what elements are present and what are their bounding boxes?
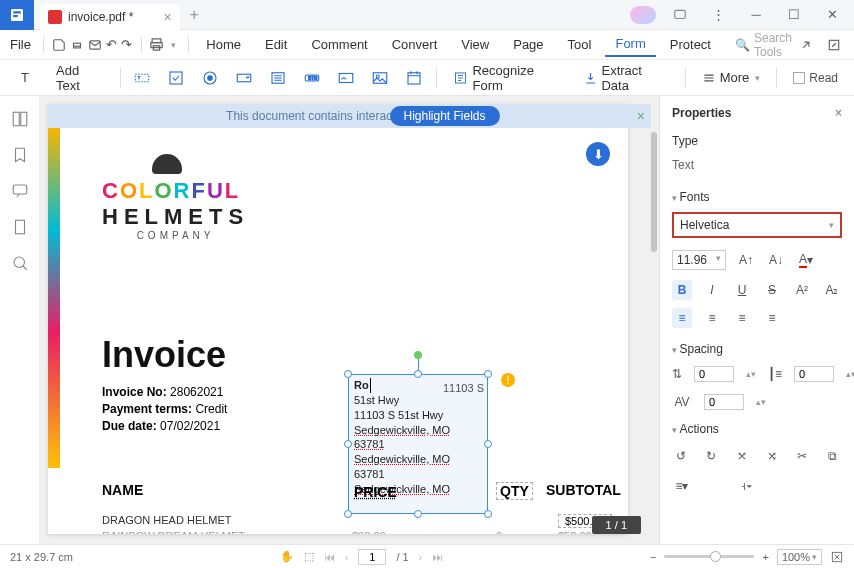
open-external-icon[interactable] xyxy=(824,35,844,55)
zoom-in-icon[interactable]: + xyxy=(762,551,768,563)
align-objects-icon[interactable]: ⫞▾ xyxy=(736,476,756,496)
align-right-icon[interactable]: ≡ xyxy=(732,308,752,328)
tab-view[interactable]: View xyxy=(451,33,499,56)
italic-button[interactable]: I xyxy=(702,280,722,300)
page-number-input[interactable] xyxy=(358,549,386,565)
listbox-icon[interactable] xyxy=(266,66,290,90)
zoom-slider[interactable] xyxy=(664,555,754,558)
increase-font-icon[interactable]: A↑ xyxy=(736,250,756,270)
redo-icon[interactable]: ↷ xyxy=(121,35,133,55)
tab-tool[interactable]: Tool xyxy=(558,33,602,56)
file-menu[interactable]: File xyxy=(10,37,31,52)
superscript-button[interactable]: A² xyxy=(792,280,812,300)
signature-field-icon[interactable] xyxy=(334,66,358,90)
select-tool-icon[interactable]: ⬚ xyxy=(304,550,314,563)
read-toggle[interactable]: Read xyxy=(787,68,844,88)
highlight-fields-button[interactable]: Highlight Fields xyxy=(390,106,500,126)
close-window-button[interactable]: ✕ xyxy=(818,1,846,29)
prev-page-icon[interactable]: ‹ xyxy=(345,551,349,563)
image-field-icon[interactable] xyxy=(368,66,392,90)
search-panel-icon[interactable] xyxy=(11,254,29,272)
underline-button[interactable]: U xyxy=(732,280,752,300)
decrease-font-icon[interactable]: A↓ xyxy=(766,250,786,270)
arrange-icon[interactable]: ≡▾ xyxy=(672,476,692,496)
spacing-section[interactable]: Spacing xyxy=(672,342,842,356)
maximize-button[interactable]: ☐ xyxy=(780,1,808,29)
search-tools[interactable]: 🔍 Search Tools xyxy=(735,31,792,59)
last-page-icon[interactable]: ⏭ xyxy=(432,551,443,563)
replace-icon[interactable]: ⧉ xyxy=(824,446,842,466)
checkbox-icon[interactable] xyxy=(164,66,188,90)
zoom-select[interactable]: 100%▾ xyxy=(777,549,822,565)
zoom-out-icon[interactable]: − xyxy=(650,551,656,563)
resize-handle-ne[interactable] xyxy=(484,370,492,378)
mail-icon[interactable] xyxy=(88,35,102,55)
close-tab-icon[interactable]: × xyxy=(163,9,171,25)
flip-v-icon[interactable]: ⤨ xyxy=(763,446,781,466)
resize-handle-e[interactable] xyxy=(484,440,492,448)
vertical-scrollbar[interactable] xyxy=(651,132,657,252)
actions-section[interactable]: Actions xyxy=(672,422,842,436)
align-center-icon[interactable]: ≡ xyxy=(702,308,722,328)
resize-handle-s[interactable] xyxy=(414,510,422,518)
text-tool[interactable]: T xyxy=(10,66,40,90)
properties-close-icon[interactable]: × xyxy=(835,106,842,120)
font-color-icon[interactable]: A▾ xyxy=(796,250,816,270)
space-before-input[interactable] xyxy=(694,366,734,382)
resize-handle-nw[interactable] xyxy=(344,370,352,378)
share-icon[interactable] xyxy=(796,35,816,55)
document-viewport[interactable]: ⬇ COLORFUL HELMETS COMPANY Invoice Invoi… xyxy=(40,96,659,544)
extract-data-button[interactable]: Extract Data xyxy=(578,60,675,96)
tab-home[interactable]: Home xyxy=(196,33,251,56)
font-family-select[interactable]: Helvetica▾ xyxy=(672,212,842,238)
recognize-form-button[interactable]: Recognize Form xyxy=(447,60,568,96)
font-size-select[interactable]: 11.96▾ xyxy=(672,250,726,270)
first-page-icon[interactable]: ⏮ xyxy=(324,551,335,563)
fit-page-icon[interactable] xyxy=(830,550,844,564)
tab-form[interactable]: Form xyxy=(605,32,655,57)
dropdown-icon[interactable]: ▾ xyxy=(168,35,180,55)
align-left-icon[interactable]: ≡ xyxy=(672,308,692,328)
comments-icon[interactable] xyxy=(11,182,29,200)
rotate-handle[interactable] xyxy=(414,351,422,359)
more-button[interactable]: More▾ xyxy=(696,67,767,88)
download-icon[interactable]: ⬇ xyxy=(586,142,610,166)
print2-icon[interactable] xyxy=(149,35,164,55)
account-pill[interactable] xyxy=(630,6,656,24)
button-field-icon[interactable]: BTN xyxy=(300,66,324,90)
warning-icon[interactable]: ! xyxy=(501,373,515,387)
hand-tool-icon[interactable]: ✋ xyxy=(280,550,294,563)
app-logo[interactable] xyxy=(0,0,34,30)
resize-handle-se[interactable] xyxy=(484,510,492,518)
field-contents[interactable]: Ro 51st Hwy 11103 S 51st Hwy Sedgewickvi… xyxy=(349,375,487,500)
rotate-cw-icon[interactable]: ↻ xyxy=(702,446,720,466)
rotate-ccw-icon[interactable]: ↺ xyxy=(672,446,690,466)
space-after-input[interactable] xyxy=(794,366,834,382)
crop-icon[interactable]: ✂ xyxy=(793,446,811,466)
tab-page[interactable]: Page xyxy=(503,33,553,56)
radio-icon[interactable] xyxy=(198,66,222,90)
save-icon[interactable] xyxy=(52,35,66,55)
minimize-button[interactable]: ─ xyxy=(742,1,770,29)
thumbnails-icon[interactable] xyxy=(11,110,29,128)
banner-close-icon[interactable]: × xyxy=(637,108,645,124)
align-justify-icon[interactable]: ≡ xyxy=(762,308,782,328)
dropdown-field-icon[interactable] xyxy=(232,66,256,90)
feedback-icon[interactable] xyxy=(666,1,694,29)
attachments-icon[interactable] xyxy=(11,218,29,236)
tab-protect[interactable]: Protect xyxy=(660,33,721,56)
fonts-section[interactable]: Fonts xyxy=(672,190,842,204)
strikethrough-button[interactable]: S xyxy=(762,280,782,300)
undo-icon[interactable]: ↶ xyxy=(106,35,118,55)
resize-handle-n[interactable] xyxy=(414,370,422,378)
tab-edit[interactable]: Edit xyxy=(255,33,297,56)
subscript-button[interactable]: A₂ xyxy=(822,280,842,300)
more-icon[interactable]: ⋮ xyxy=(704,1,732,29)
print-icon[interactable] xyxy=(70,35,84,55)
tab-comment[interactable]: Comment xyxy=(301,33,377,56)
bookmarks-icon[interactable] xyxy=(11,146,29,164)
date-field-icon[interactable] xyxy=(402,66,426,90)
bold-button[interactable]: B xyxy=(672,280,692,300)
new-tab-button[interactable]: + xyxy=(190,6,199,24)
document-tab[interactable]: invoice.pdf * × xyxy=(40,4,180,30)
